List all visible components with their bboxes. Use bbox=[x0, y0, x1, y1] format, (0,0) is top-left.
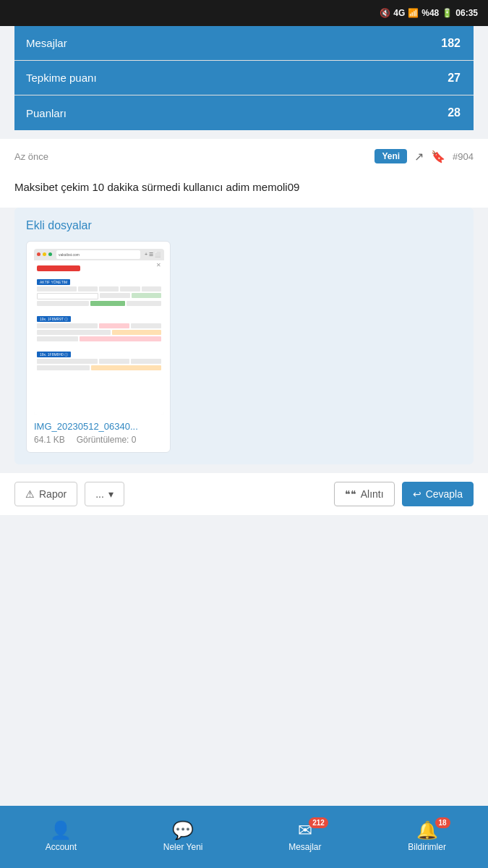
action-bar: ⚠ Rapor ... ▾ ❝❝ Alıntı ↩ Cevapla bbox=[0, 473, 488, 515]
nav-whats-new[interactable]: 💬 Neler Yeni bbox=[154, 822, 212, 852]
battery-icon: 🔋 bbox=[442, 8, 453, 18]
notifications-badge: 18 bbox=[435, 817, 450, 828]
attachment-thumbnail: vaksibst.com + ☰ ⬜ ✕ AKTIF YÖNETIM 19x. … bbox=[34, 249, 164, 415]
messages-badge: 212 bbox=[309, 817, 328, 828]
post-meta: Az önce Yeni ↗ 🔖 #904 bbox=[0, 139, 488, 174]
attachments-section: Ekli dosyalar vaksibst.com + ☰ ⬜ ✕ AKTIF… bbox=[14, 208, 474, 464]
reply-button[interactable]: ↩ Cevapla bbox=[402, 482, 474, 506]
quote-icon: ❝❝ bbox=[345, 488, 356, 500]
stat-label-mesajlar: Mesajlar bbox=[14, 26, 423, 60]
post-content: Maksibet çekim 10 dakika sürmedi kullanı… bbox=[0, 174, 488, 208]
clock: 06:35 bbox=[455, 8, 478, 18]
attachments-title: Ekli dosyalar bbox=[26, 219, 462, 232]
signal-icon: 📶 bbox=[408, 8, 419, 18]
quote-button[interactable]: ❝❝ Alıntı bbox=[334, 482, 395, 506]
notifications-icon: 🔔 bbox=[416, 822, 438, 839]
account-icon: 👤 bbox=[50, 822, 72, 839]
stat-label-tepkime: Tepkime puanı bbox=[14, 61, 423, 95]
stat-value-tepkime: 27 bbox=[423, 61, 474, 95]
share-icon[interactable]: ↗ bbox=[414, 150, 424, 163]
post-text: Maksibet çekim 10 dakika sürmedi kullanı… bbox=[14, 181, 299, 193]
stat-value-puanlar: 28 bbox=[423, 95, 474, 130]
attachment-card[interactable]: vaksibst.com + ☰ ⬜ ✕ AKTIF YÖNETIM 19x. … bbox=[26, 241, 171, 453]
report-icon: ⚠ bbox=[25, 488, 35, 500]
stat-row-mesajlar: Mesajlar 182 bbox=[14, 26, 474, 61]
reply-icon: ↩ bbox=[413, 488, 421, 500]
network-type: 4G bbox=[393, 8, 405, 18]
whats-new-icon: 💬 bbox=[172, 822, 194, 839]
more-button[interactable]: ... ▾ bbox=[85, 482, 124, 506]
nav-notifications[interactable]: 18 🔔 Bildirimler bbox=[398, 822, 456, 852]
mute-icon: 🔇 bbox=[380, 8, 390, 18]
nav-messages-label: Mesajlar bbox=[288, 842, 321, 852]
post-number: #904 bbox=[453, 151, 474, 162]
stats-section: Mesajlar 182 Tepkime puanı 27 Puanları 2… bbox=[14, 26, 474, 130]
chevron-down-icon: ▾ bbox=[108, 488, 114, 500]
stat-row-puanlar: Puanları 28 bbox=[14, 95, 474, 130]
stat-label-puanlar: Puanları bbox=[14, 95, 423, 130]
nav-notifications-label: Bildirimler bbox=[408, 842, 446, 852]
nav-messages[interactable]: 212 ✉ Mesajlar bbox=[276, 822, 334, 852]
stat-value-mesajlar: 182 bbox=[423, 26, 474, 60]
nav-account-label: Account bbox=[46, 842, 77, 852]
nav-whats-new-label: Neler Yeni bbox=[163, 842, 203, 852]
attachment-size: 64.1 KB bbox=[34, 435, 65, 445]
new-badge: Yeni bbox=[374, 149, 407, 163]
battery-level: %48 bbox=[421, 8, 439, 18]
status-icons: 🔇 4G 📶 %48 🔋 06:35 bbox=[380, 8, 478, 18]
attachment-meta: 64.1 KB Görüntüleme: 0 bbox=[34, 435, 163, 445]
stat-row-tepkime: Tepkime puanı 27 bbox=[14, 61, 474, 95]
bookmark-icon[interactable]: 🔖 bbox=[431, 150, 445, 163]
report-button[interactable]: ⚠ Rapor bbox=[14, 482, 77, 506]
attachment-filename: IMG_20230512_06340... bbox=[34, 421, 163, 432]
attachment-views: Görüntüleme: 0 bbox=[77, 435, 137, 445]
bottom-nav: 👤 Account 💬 Neler Yeni 212 ✉ Mesajlar 18… bbox=[0, 806, 488, 868]
nav-account[interactable]: 👤 Account bbox=[32, 822, 90, 852]
post-time: Az önce bbox=[14, 151, 367, 162]
status-bar: 🔇 4G 📶 %48 🔋 06:35 bbox=[0, 0, 488, 26]
